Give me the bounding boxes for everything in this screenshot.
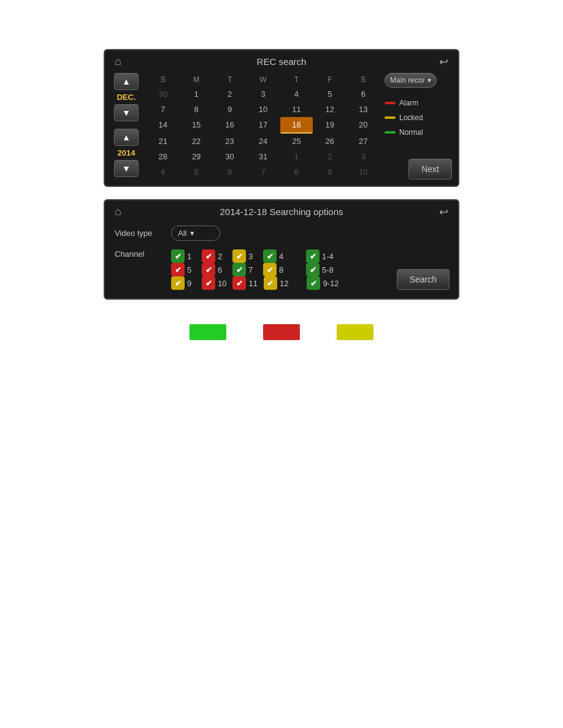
cal-day-0-0[interactable]: 30 xyxy=(147,86,179,102)
channel-label-10: 10 xyxy=(218,279,226,288)
channel-item-7: ✔7 xyxy=(232,263,257,276)
cal-day-5-6[interactable]: 10 xyxy=(347,164,380,180)
cal-day-4-6[interactable]: 3 xyxy=(347,149,380,164)
channel-group-checkbox-0[interactable]: ✔ xyxy=(306,249,320,263)
channel-checkbox-12[interactable]: ✔ xyxy=(264,276,277,290)
legend-locked: Locked xyxy=(385,113,423,122)
cal-day-0-5[interactable]: 5 xyxy=(313,86,346,102)
home-button[interactable]: ⌂ xyxy=(111,54,125,69)
panel2-back-button[interactable]: ↩ xyxy=(435,204,452,220)
cal-day-1-4[interactable]: 11 xyxy=(280,102,313,117)
cal-day-3-3[interactable]: 24 xyxy=(247,134,279,149)
cal-day-1-2[interactable]: 9 xyxy=(213,102,246,117)
cal-day-5-5[interactable]: 9 xyxy=(313,164,346,180)
channel-item-10: ✔10 xyxy=(202,276,226,290)
channel-label-1: 1 xyxy=(187,252,196,261)
channel-item-8: ✔8 xyxy=(263,263,288,276)
channel-item-1: ✔1 xyxy=(171,249,196,263)
panel1-title: REC search xyxy=(111,56,452,67)
cal-day-4-5[interactable]: 2 xyxy=(313,149,346,164)
back-button[interactable]: ↩ xyxy=(435,54,452,70)
cal-day-1-0[interactable]: 7 xyxy=(147,102,179,117)
cal-day-4-3[interactable]: 31 xyxy=(247,149,279,164)
back-icon[interactable]: ↩ xyxy=(435,54,452,70)
day-header-t2: T xyxy=(280,73,313,86)
main-rec-label: Main recor xyxy=(390,76,425,85)
panel2-home-button[interactable]: ⌂ xyxy=(111,204,125,219)
channel-item-3: ✔3 xyxy=(232,249,257,263)
cal-day-0-3[interactable]: 3 xyxy=(247,86,279,102)
home-icon[interactable]: ⌂ xyxy=(111,54,125,69)
cal-day-2-6[interactable]: 20 xyxy=(347,117,380,134)
channel-checkbox-2[interactable]: ✔ xyxy=(202,249,215,263)
cal-day-2-0[interactable]: 14 xyxy=(147,117,179,134)
panel2-back-icon[interactable]: ↩ xyxy=(435,204,452,220)
cal-day-3-0[interactable]: 21 xyxy=(147,134,179,149)
channel-checkbox-10[interactable]: ✔ xyxy=(202,276,215,290)
channel-checkbox-8[interactable]: ✔ xyxy=(263,263,277,276)
month-down-button[interactable]: ▼ xyxy=(114,104,139,121)
cal-day-4-0[interactable]: 28 xyxy=(147,149,179,164)
cal-day-3-2[interactable]: 23 xyxy=(213,134,246,149)
calendar-week-row-5: 45678910 xyxy=(147,164,380,180)
panel2-home-icon[interactable]: ⌂ xyxy=(111,204,125,219)
channel-group-checkbox-2[interactable]: ✔ xyxy=(307,276,320,290)
channel-checkbox-3[interactable]: ✔ xyxy=(232,249,246,263)
channel-checkbox-1[interactable]: ✔ xyxy=(171,249,185,263)
next-button[interactable]: Next xyxy=(408,159,452,180)
cal-day-2-4[interactable]: 18 xyxy=(280,117,313,134)
rec-search-panel: ⌂ REC search ↩ ▲ DEC. ▼ ▲ 2014 ▼ S M T W… xyxy=(104,49,459,187)
panel1-header: ⌂ REC search ↩ xyxy=(111,56,452,67)
channel-label-2: 2 xyxy=(218,252,226,261)
video-type-dropdown[interactable]: All ▾ xyxy=(171,226,220,241)
cal-day-4-4[interactable]: 1 xyxy=(280,149,313,164)
cal-day-3-6[interactable]: 27 xyxy=(347,134,380,149)
search-button[interactable]: Search xyxy=(397,269,450,290)
channel-checkbox-9[interactable]: ✔ xyxy=(171,276,185,290)
cal-day-1-5[interactable]: 12 xyxy=(313,102,346,117)
channel-checkbox-7[interactable]: ✔ xyxy=(232,263,246,276)
cal-day-2-3[interactable]: 17 xyxy=(247,117,279,134)
channel-item-5: ✔5 xyxy=(171,263,196,276)
cal-day-3-5[interactable]: 26 xyxy=(313,134,346,149)
cal-day-3-4[interactable]: 25 xyxy=(280,134,313,149)
day-header-m: M xyxy=(180,73,212,86)
cal-day-1-1[interactable]: 8 xyxy=(180,102,212,117)
cal-day-0-1[interactable]: 1 xyxy=(180,86,212,102)
panel2-title: 2014-12-18 Searching options xyxy=(111,207,452,217)
channel-row-1: ✔5✔6✔7✔8✔5-8 xyxy=(171,263,341,276)
calendar-area: ▲ DEC. ▼ ▲ 2014 ▼ S M T W T F S 30123456… xyxy=(111,73,452,180)
channel-item-12: ✔12 xyxy=(264,276,288,290)
channel-checkbox-5[interactable]: ✔ xyxy=(171,263,185,276)
main-rec-dropdown[interactable]: Main recor ▾ xyxy=(385,73,437,88)
cal-day-4-2[interactable]: 30 xyxy=(213,149,246,164)
year-down-button[interactable]: ▼ xyxy=(114,160,139,177)
cal-day-2-1[interactable]: 15 xyxy=(180,117,212,134)
month-up-button[interactable]: ▲ xyxy=(114,73,139,90)
year-up-button[interactable]: ▲ xyxy=(114,129,139,146)
cal-day-2-5[interactable]: 19 xyxy=(313,117,346,134)
month-label: DEC. xyxy=(117,93,136,102)
cal-day-1-6[interactable]: 13 xyxy=(347,102,380,117)
calendar-grid: S M T W T F S 30123456789101112131415161… xyxy=(147,73,380,180)
legend-normal: Normal xyxy=(385,128,423,137)
channel-group-checkbox-1[interactable]: ✔ xyxy=(306,263,320,276)
channel-label-7: 7 xyxy=(248,265,257,275)
channel-checkbox-11[interactable]: ✔ xyxy=(232,276,246,290)
cal-day-0-6[interactable]: 6 xyxy=(347,86,380,102)
cal-day-5-3[interactable]: 7 xyxy=(247,164,279,180)
cal-day-3-1[interactable]: 22 xyxy=(180,134,212,149)
cal-day-5-2[interactable]: 6 xyxy=(213,164,246,180)
channel-checkbox-6[interactable]: ✔ xyxy=(202,263,215,276)
cal-day-5-1[interactable]: 5 xyxy=(180,164,212,180)
cal-day-5-4[interactable]: 8 xyxy=(280,164,313,180)
cal-day-4-1[interactable]: 29 xyxy=(180,149,212,164)
cal-day-5-0[interactable]: 4 xyxy=(147,164,179,180)
cal-day-2-2[interactable]: 16 xyxy=(213,117,246,134)
cal-day-1-3[interactable]: 10 xyxy=(247,102,279,117)
cal-day-0-2[interactable]: 2 xyxy=(213,86,246,102)
cal-day-0-4[interactable]: 4 xyxy=(280,86,313,102)
channel-checkbox-4[interactable]: ✔ xyxy=(263,249,277,263)
channel-label-3: 3 xyxy=(248,252,257,261)
channel-label-8: 8 xyxy=(279,265,288,275)
